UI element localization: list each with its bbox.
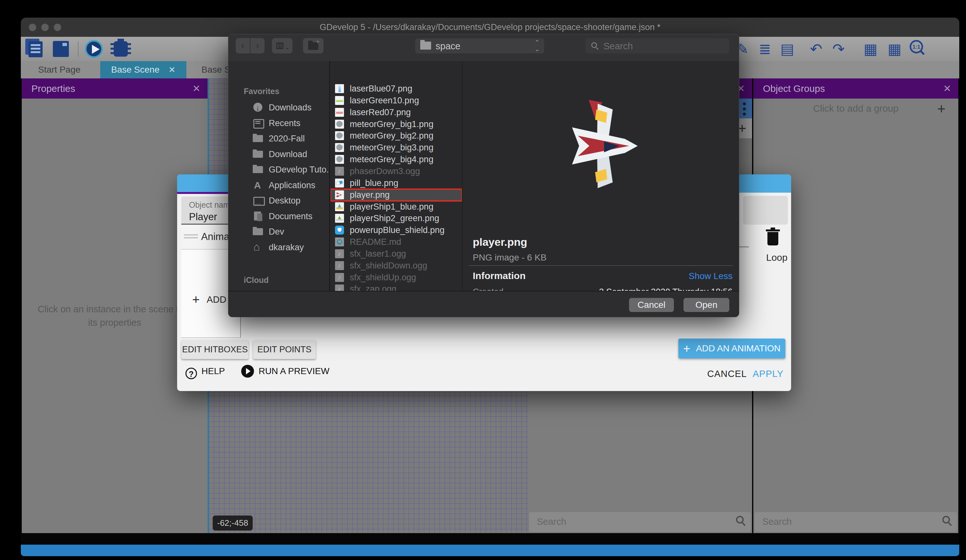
forward-button[interactable]: › xyxy=(250,38,264,54)
file-name: playerShip1_blue.png xyxy=(350,202,433,212)
file-name: sfx_laser1.ogg xyxy=(350,249,406,259)
run-preview-button[interactable]: RUN A PREVIEW xyxy=(258,366,329,376)
debug-icon[interactable] xyxy=(114,41,128,57)
location-dropdown[interactable]: space ⌃⌄ xyxy=(415,38,544,54)
file-list: laserBlue07.pnglaserGreen10.pnglaserRed0… xyxy=(330,61,463,291)
file-name: playerShip2_green.png xyxy=(350,213,439,223)
laser-red-file-icon xyxy=(335,108,344,117)
object-name-value: Player xyxy=(189,211,217,223)
view-mode-button[interactable]: ⌄ xyxy=(272,38,292,54)
plus-icon[interactable]: + xyxy=(937,101,946,117)
close-icon[interactable]: ✕ xyxy=(943,79,951,98)
laser-blue-file-icon xyxy=(335,84,344,93)
trash-icon[interactable] xyxy=(767,232,778,246)
audio-file-icon: ♪ xyxy=(335,261,344,270)
file-name: powerupBlue_shield.png xyxy=(350,225,445,235)
animation-name-field[interactable] xyxy=(743,196,788,224)
redo-icon[interactable]: ↷ xyxy=(830,40,848,58)
sidebar-item-applications[interactable]: Applications xyxy=(253,180,315,190)
sidebar-item-downloads[interactable]: Downloads xyxy=(253,103,312,113)
file-row-lasergreen10-png[interactable]: laserGreen10.png xyxy=(330,95,462,106)
help-button[interactable]: HELP xyxy=(202,366,225,376)
file-row-laserblue07-png[interactable]: laserBlue07.png xyxy=(330,83,462,95)
objects-search-field[interactable]: Search xyxy=(529,512,751,532)
search-placeholder: Search xyxy=(762,516,792,527)
new-folder-icon xyxy=(308,42,319,50)
edit-points-button[interactable]: EDIT POINTS xyxy=(253,340,316,359)
file-row-powerupblue-shield-png[interactable]: powerupBlue_shield.png xyxy=(330,224,462,236)
sidebar-item-dev[interactable]: Dev xyxy=(253,227,284,237)
sidebar-item-gdevelop-tuto-[interactable]: GDevelop Tuto... xyxy=(253,165,330,175)
grid-icon[interactable]: ▦ xyxy=(886,40,904,58)
window-bottom-bar xyxy=(21,545,959,556)
file-name: README.md xyxy=(350,237,401,247)
info-row-label: Created xyxy=(473,287,503,291)
recents-icon xyxy=(253,118,264,128)
tab-label: Start Page xyxy=(38,65,80,75)
project-manager-icon[interactable] xyxy=(28,41,43,57)
tab-start-page[interactable]: Start Page xyxy=(27,61,91,79)
file-row-meteorgrey-big3-png[interactable]: meteorGrey_big3.png xyxy=(330,142,462,154)
sidebar-item-documents[interactable]: Documents xyxy=(253,211,312,221)
cancel-button[interactable]: Cancel xyxy=(629,298,674,312)
preview-kind: PNG image - 6 KB xyxy=(473,252,546,263)
sidebar-item-recents[interactable]: Recents xyxy=(253,118,301,128)
file-row-playership1-blue-png[interactable]: playerShip1_blue.png xyxy=(330,201,462,213)
file-name: sfx_zap.ogg xyxy=(350,284,396,291)
cancel-button[interactable]: CANCEL xyxy=(707,368,747,379)
close-tab-icon[interactable]: ✕ xyxy=(168,65,176,75)
sidebar-item-label: Download xyxy=(269,149,307,159)
zoom-1-1-icon[interactable]: 1:1 xyxy=(910,40,923,54)
file-name: player.png xyxy=(350,190,390,200)
window-title: GDevelop 5 - /Users/dkarakay/Documents/G… xyxy=(21,22,959,32)
help-icon[interactable]: ? xyxy=(186,368,197,379)
file-name: meteorGrey_big1.png xyxy=(350,120,433,129)
undo-icon[interactable]: ↶ xyxy=(807,40,825,58)
properties-panel-header: Properties ✕ xyxy=(22,79,207,98)
new-folder-button[interactable] xyxy=(303,38,324,54)
file-row-player-png[interactable]: player.png xyxy=(330,189,462,201)
instructions-icon[interactable]: ≣ xyxy=(756,40,774,58)
sidebar-item-desktop[interactable]: Desktop xyxy=(253,196,301,206)
audio-file-icon: ♪ xyxy=(335,273,344,282)
new-window-icon[interactable] xyxy=(53,41,69,57)
file-row-playership2-green-png[interactable]: playerShip2_green.png xyxy=(330,213,462,224)
add-button[interactable]: +ADD xyxy=(192,293,227,307)
field-underline xyxy=(739,246,749,247)
file-row-meteorgrey-big2-png[interactable]: meteorGrey_big2.png xyxy=(330,130,462,142)
search-placeholder: Search xyxy=(537,516,566,527)
open-button[interactable]: Open xyxy=(683,298,729,312)
file-row-sfx-shielddown-ogg: ♪sfx_shieldDown.ogg xyxy=(330,260,462,272)
back-button[interactable]: ‹ xyxy=(236,38,250,54)
sidebar-item-2020-fall[interactable]: 2020-Fall xyxy=(253,134,305,144)
sidebar-item-download[interactable]: Download xyxy=(253,149,307,159)
show-less-link[interactable]: Show Less xyxy=(688,271,733,281)
file-dialog-footer: Cancel Open xyxy=(228,291,739,317)
plus-icon: + xyxy=(683,342,690,355)
file-row-sfx-zap-ogg: ♪sfx_zap.ogg xyxy=(330,283,462,291)
sidebar-section-title: Favorites xyxy=(244,87,279,96)
file-row-meteorgrey-big1-png[interactable]: meteorGrey_big1.png xyxy=(330,118,462,130)
play-icon[interactable] xyxy=(85,40,103,58)
information-title: Information xyxy=(473,270,526,281)
run-preview-icon[interactable] xyxy=(241,365,254,378)
file-row-pill-blue-png[interactable]: pill_blue.png xyxy=(330,177,462,189)
book-icon[interactable]: ▤ xyxy=(778,40,796,58)
powerup-file-icon xyxy=(335,226,344,234)
object-menu-icon[interactable]: ••• xyxy=(743,101,746,116)
tab-base-scene[interactable]: Base Scene✕ xyxy=(100,61,186,79)
film-strip-icon[interactable]: ▦ xyxy=(862,40,879,58)
file-search-field[interactable]: Search xyxy=(585,38,729,54)
add-group-row[interactable]: Click to add a group xyxy=(753,103,958,114)
chevron-down-icon: ⌄ xyxy=(284,43,290,51)
plus-icon: + xyxy=(192,293,200,306)
groups-search-field[interactable]: Search xyxy=(755,512,957,532)
add-animation-button[interactable]: +ADD AN ANIMATION xyxy=(678,339,785,359)
apply-button[interactable]: APPLY xyxy=(753,368,784,379)
file-row-laserred07-png[interactable]: laserRed07.png xyxy=(330,106,462,118)
file-row-meteorgrey-big4-png[interactable]: meteorGrey_big4.png xyxy=(330,154,462,165)
close-icon[interactable]: ✕ xyxy=(192,79,200,98)
edit-hitboxes-button[interactable]: EDIT HITBOXES xyxy=(181,340,248,359)
meteor-file-icon xyxy=(335,143,344,152)
sidebar-item-dkarakay[interactable]: dkarakay xyxy=(253,242,304,252)
